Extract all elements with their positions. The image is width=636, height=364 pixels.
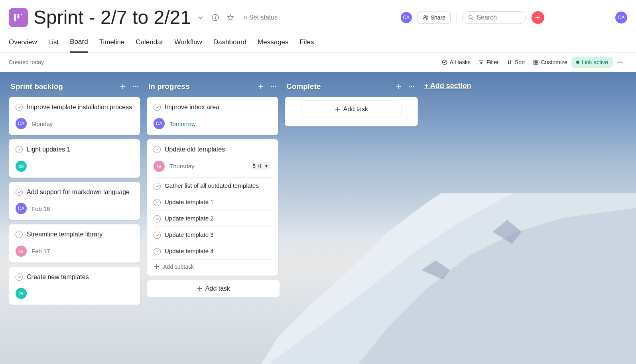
add-task-label: Add task [205, 285, 230, 292]
column-more-button[interactable] [407, 82, 416, 91]
svg-rect-5 [215, 17, 216, 19]
due-date: Feb 16 [32, 205, 50, 212]
tab-files[interactable]: Files [300, 35, 314, 52]
cards-list[interactable]: Improve inbox areaCATomorrowUpdate old t… [147, 97, 280, 276]
all-tasks-button[interactable]: All tasks [438, 57, 475, 68]
sort-icon [507, 59, 512, 65]
check-circle-icon[interactable] [154, 104, 161, 111]
svg-point-17 [622, 62, 623, 63]
task-card[interactable]: Light updates 1co [9, 139, 140, 177]
more-icon [132, 83, 139, 90]
check-circle-icon[interactable] [154, 248, 161, 255]
global-add-button[interactable] [532, 11, 544, 24]
assignee-avatar[interactable]: CA [16, 118, 27, 129]
add-section-button[interactable]: + Add section [423, 79, 473, 93]
star-button[interactable] [225, 12, 236, 23]
check-circle-icon[interactable] [154, 183, 161, 190]
sort-button[interactable]: Sort [503, 57, 529, 68]
column-more-button[interactable] [269, 82, 278, 91]
tab-list[interactable]: List [48, 35, 59, 52]
assignee-avatar[interactable]: te [154, 161, 165, 172]
subtask-list: Gather list of all outdated templatesUpd… [154, 177, 272, 270]
customize-button[interactable]: Customize [529, 57, 571, 68]
column-add-button[interactable] [118, 82, 128, 91]
tab-calendar[interactable]: Calendar [136, 35, 163, 52]
link-active-badge[interactable]: Link active [571, 57, 613, 68]
tab-workflow[interactable]: Workflow [174, 35, 202, 52]
more-icon [270, 83, 277, 90]
tab-dashboard[interactable]: Dashboard [213, 35, 246, 52]
subtask-item[interactable]: Update template 3 [154, 226, 272, 243]
task-card[interactable]: Create new templatesle [9, 267, 140, 305]
subtask-title: Update template 1 [165, 199, 214, 205]
subtask-item[interactable]: Update template 2 [154, 210, 272, 226]
info-button[interactable] [210, 12, 221, 23]
check-circle-icon[interactable] [16, 146, 23, 153]
column-add-button[interactable] [394, 82, 404, 91]
task-card[interactable]: Update old templatesteThursday5 ▼Gather … [147, 139, 278, 275]
assignee-avatar[interactable]: CA [154, 118, 165, 129]
title-dropdown[interactable] [196, 13, 205, 22]
svg-point-24 [260, 164, 262, 165]
check-circle-icon[interactable] [154, 215, 161, 222]
column: CompleteAdd task [285, 79, 418, 126]
due-date: Tomorrow [169, 120, 196, 127]
assignee-avatar[interactable]: te [16, 246, 27, 257]
add-subtask-button[interactable]: Add subtask [154, 259, 272, 270]
search-input[interactable] [477, 14, 520, 21]
tab-timeline[interactable]: Timeline [99, 35, 125, 52]
task-card[interactable]: Streamline template libraryteFeb 17 [9, 224, 140, 262]
svg-point-22 [273, 86, 274, 87]
cards-list[interactable]: Improve template installation processCAM… [9, 97, 142, 305]
more-button[interactable] [613, 57, 627, 68]
check-circle-icon[interactable] [154, 232, 161, 239]
check-circle-icon[interactable] [16, 104, 23, 111]
column-title[interactable]: Sprint backlog [10, 82, 63, 91]
filter-button[interactable]: Filter [475, 57, 503, 68]
set-status-button[interactable]: Set status [240, 12, 281, 23]
assignee-avatar[interactable]: CA [16, 203, 27, 214]
add-task-button[interactable]: Add task [147, 280, 280, 297]
user-avatar[interactable]: CA [615, 12, 627, 24]
svg-rect-11 [534, 60, 535, 62]
share-button[interactable]: Share [417, 12, 451, 24]
assignee-avatar[interactable]: co [16, 161, 27, 172]
task-title: Update old templates [165, 145, 225, 154]
subtask-item[interactable]: Gather list of all outdated templates [154, 177, 272, 194]
column-more-button[interactable] [131, 82, 140, 91]
subtask-item[interactable]: Update template 4 [154, 243, 272, 259]
board[interactable]: Sprint backlogImprove template installat… [0, 72, 636, 364]
column-title[interactable]: Complete [286, 82, 321, 91]
check-circle-icon[interactable] [16, 273, 23, 281]
customize-icon [533, 59, 539, 65]
project-title[interactable]: Sprint - 2/7 to 2/21 [33, 6, 191, 28]
task-title: Streamline template library [27, 230, 102, 239]
assignee-avatar[interactable]: le [16, 288, 27, 299]
column-title[interactable]: In progress [148, 82, 189, 91]
tab-board[interactable]: Board [70, 35, 88, 53]
task-card[interactable]: Add support for markdown languageCAFeb 1… [9, 182, 140, 220]
share-label: Share [431, 14, 445, 21]
add-task-button[interactable]: Add task [301, 100, 402, 118]
add-subtask-label: Add subtask [163, 264, 194, 270]
check-circle-icon[interactable] [16, 231, 23, 238]
task-card[interactable]: Improve template installation processCAM… [9, 97, 140, 135]
task-meta: CAMonday [16, 118, 134, 129]
tab-overview[interactable]: Overview [9, 35, 37, 52]
svg-point-6 [424, 16, 425, 17]
check-circle-icon[interactable] [154, 199, 161, 206]
subtask-count-pill[interactable]: 5 ▼ [250, 162, 272, 170]
column-add-button[interactable] [256, 82, 266, 91]
column-header: Sprint backlog [9, 79, 142, 97]
project-icon [9, 8, 28, 27]
add-task-label: Add task [343, 106, 368, 113]
tab-messages[interactable]: Messages [258, 35, 288, 52]
check-circle-icon[interactable] [154, 146, 161, 153]
subtask-item[interactable]: Update template 1 [154, 194, 272, 210]
search-box[interactable] [462, 11, 526, 24]
svg-point-7 [426, 16, 427, 17]
member-avatar[interactable]: CA [401, 12, 412, 23]
customize-label: Customize [541, 59, 567, 65]
task-card[interactable]: Improve inbox areaCATomorrow [147, 97, 278, 135]
check-circle-icon[interactable] [16, 189, 23, 196]
